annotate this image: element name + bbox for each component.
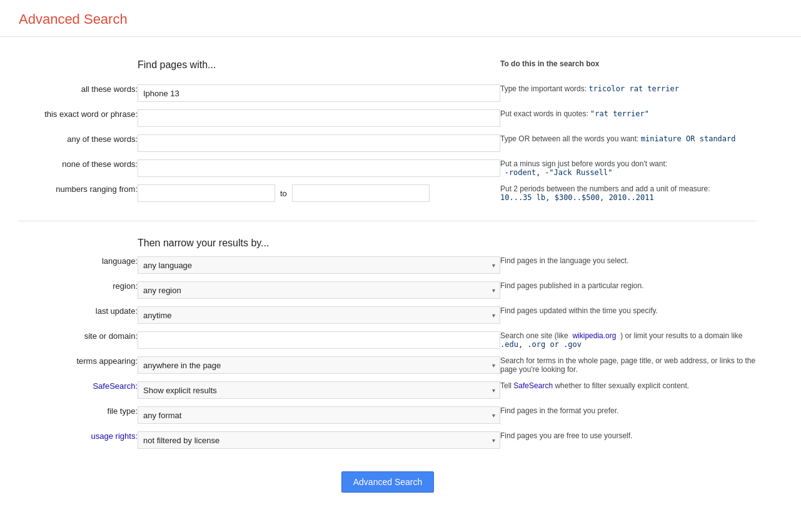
number-to-input[interactable] [292, 184, 430, 202]
usage-rights-label-link[interactable]: usage rights: [91, 431, 138, 441]
exact-phrase-input-cell [138, 106, 500, 131]
usage-rights-select-cell: not filtered by license free to use or s… [138, 428, 500, 453]
region-select-wrapper: any region United States United Kingdom … [138, 281, 500, 299]
language-hint-text: Find pages in the language you select. [500, 256, 628, 265]
site-domain-label: site or domain: [19, 328, 138, 353]
language-select[interactable]: any language English Spanish French [138, 256, 500, 274]
region-label: region: [19, 278, 138, 303]
terms-appearing-hint: Search for terms in the whole page, page… [500, 353, 757, 378]
narrow-spacer [19, 234, 138, 253]
numbers-ranging-label: numbers ranging from: [19, 181, 138, 206]
wikipedia-link: wikipedia.org [572, 331, 616, 340]
numbers-ranging-hint: Put 2 periods between the numbers and ad… [500, 181, 757, 206]
none-of-these-label: none of these words: [19, 156, 138, 181]
page-title: Advanced Search [19, 11, 782, 28]
submit-row: Advanced Search [19, 471, 757, 493]
site-domain-row: site or domain: Search one site (like wi… [19, 328, 757, 353]
terms-appearing-row: terms appearing: anywhere in the page in… [19, 353, 757, 378]
safesearch-select[interactable]: Show explicit results Filter explicit re… [138, 381, 500, 399]
site-domain-hint-text: Search one site (like wikipedia.org ) or… [500, 331, 743, 349]
exact-phrase-hint-text: Put exact words in quotes: "rat terrier" [500, 109, 649, 118]
any-of-these-hint: Type OR between all the words you want: … [500, 131, 757, 156]
file-type-hint: Find pages in the format you prefer. [500, 403, 757, 428]
all-these-words-label: all these words: [19, 81, 138, 106]
last-update-label: last update: [19, 303, 138, 328]
narrow-section-title: Then narrow your results by... [138, 238, 500, 249]
usage-rights-hint-text: Find pages you are free to use yourself. [500, 431, 632, 440]
safesearch-hint: Tell SafeSearch whether to filter sexual… [500, 378, 757, 403]
file-type-label: file type: [19, 403, 138, 428]
narrow-section: Then narrow your results by... language:… [19, 234, 757, 453]
safesearch-row: SafeSearch: Show explicit results Filter… [19, 378, 757, 403]
any-of-these-row: any of these words: Type OR between all … [19, 131, 757, 156]
language-select-cell: any language English Spanish French ▾ [138, 253, 500, 278]
none-of-these-input-cell [138, 156, 500, 181]
usage-rights-select[interactable]: not filtered by license free to use or s… [138, 431, 500, 449]
all-these-words-input[interactable] [138, 84, 500, 102]
safesearch-hint-text: Tell SafeSearch whether to filter sexual… [500, 381, 689, 390]
language-hint: Find pages in the language you select. [500, 253, 757, 278]
main-content: Find pages with... To do this in the sea… [0, 37, 775, 511]
safesearch-label-cell: SafeSearch: [19, 378, 138, 403]
language-select-wrapper: any language English Spanish French ▾ [138, 256, 500, 274]
none-of-these-hint-text: Put a minus sign just before words you d… [500, 159, 667, 177]
last-update-hint: Find pages updated within the time you s… [500, 303, 757, 328]
find-section: Find pages with... To do this in the sea… [19, 56, 757, 206]
none-of-these-hint: Put a minus sign just before words you d… [500, 156, 757, 181]
any-of-these-input[interactable] [138, 134, 500, 152]
number-from-input[interactable] [138, 184, 275, 202]
last-update-select-cell: anytime past 24 hours past week past mon… [138, 303, 500, 328]
terms-appearing-select[interactable]: anywhere in the page in the title of the… [138, 356, 500, 374]
region-hint-text: Find pages published in a particular reg… [500, 281, 643, 290]
exact-phrase-input[interactable] [138, 109, 500, 127]
language-label: language: [19, 253, 138, 278]
terms-appearing-hint-text: Search for terms in the whole page, page… [500, 356, 755, 374]
terms-appearing-select-cell: anywhere in the page in the title of the… [138, 353, 500, 378]
numbers-ranging-hint-text: Put 2 periods between the numbers and ad… [500, 184, 710, 202]
safesearch-label-link[interactable]: SafeSearch: [93, 381, 138, 391]
last-update-select[interactable]: anytime past 24 hours past week past mon… [138, 306, 500, 324]
find-section-spacer [19, 56, 138, 81]
all-these-words-hint: Type the important words: tricolor rat t… [500, 81, 757, 106]
all-these-words-hint-text: Type the important words: tricolor rat t… [500, 84, 679, 93]
number-row: to [138, 184, 500, 202]
find-section-title: Find pages with... [138, 59, 216, 70]
language-row: language: any language English Spanish F… [19, 253, 757, 278]
file-type-select-wrapper: any format Adobe Acrobat PDF (.pdf) Micr… [138, 406, 500, 424]
terms-appearing-select-wrapper: anywhere in the page in the title of the… [138, 356, 500, 374]
any-of-these-hint-text: Type OR between all the words you want: … [500, 134, 736, 143]
last-update-row: last update: anytime past 24 hours past … [19, 303, 757, 328]
exact-phrase-label: this exact word or phrase: [19, 106, 138, 131]
last-update-select-wrapper: anytime past 24 hours past week past mon… [138, 306, 500, 324]
exact-phrase-hint: Put exact words in quotes: "rat terrier" [500, 106, 757, 131]
all-these-words-input-cell [138, 81, 500, 106]
usage-rights-row: usage rights: not filtered by license fr… [19, 428, 757, 453]
to-do-header: To do this in the search box [500, 59, 599, 68]
file-type-select[interactable]: any format Adobe Acrobat PDF (.pdf) Micr… [138, 406, 500, 424]
section-divider [19, 221, 757, 221]
number-to-label: to [280, 189, 287, 198]
usage-rights-label-cell: usage rights: [19, 428, 138, 453]
to-do-header-cell: To do this in the search box [500, 56, 757, 81]
any-of-these-input-cell [138, 131, 500, 156]
region-select-cell: any region United States United Kingdom … [138, 278, 500, 303]
usage-rights-hint: Find pages you are free to use yourself. [500, 428, 757, 453]
numbers-ranging-input-cell: to [138, 181, 500, 206]
advanced-search-button[interactable]: Advanced Search [341, 471, 435, 493]
file-type-hint-text: Find pages in the format you prefer. [500, 406, 618, 415]
usage-rights-select-wrapper: not filtered by license free to use or s… [138, 431, 500, 449]
exact-phrase-row: this exact word or phrase: Put exact wor… [19, 106, 757, 131]
narrow-hint-spacer [500, 234, 757, 253]
region-hint: Find pages published in a particular reg… [500, 278, 757, 303]
numbers-ranging-row: numbers ranging from: to Put 2 periods b… [19, 181, 757, 206]
file-type-row: file type: any format Adobe Acrobat PDF … [19, 403, 757, 428]
region-select[interactable]: any region United States United Kingdom [138, 281, 500, 299]
file-type-select-cell: any format Adobe Acrobat PDF (.pdf) Micr… [138, 403, 500, 428]
page-header: Advanced Search [0, 0, 801, 37]
none-of-these-row: none of these words: Put a minus sign ju… [19, 156, 757, 181]
section-header-row: Find pages with... To do this in the sea… [19, 56, 757, 81]
none-of-these-input[interactable] [138, 159, 500, 177]
all-these-words-row: all these words: Type the important word… [19, 81, 757, 106]
any-of-these-label: any of these words: [19, 131, 138, 156]
site-domain-input[interactable] [138, 331, 500, 349]
